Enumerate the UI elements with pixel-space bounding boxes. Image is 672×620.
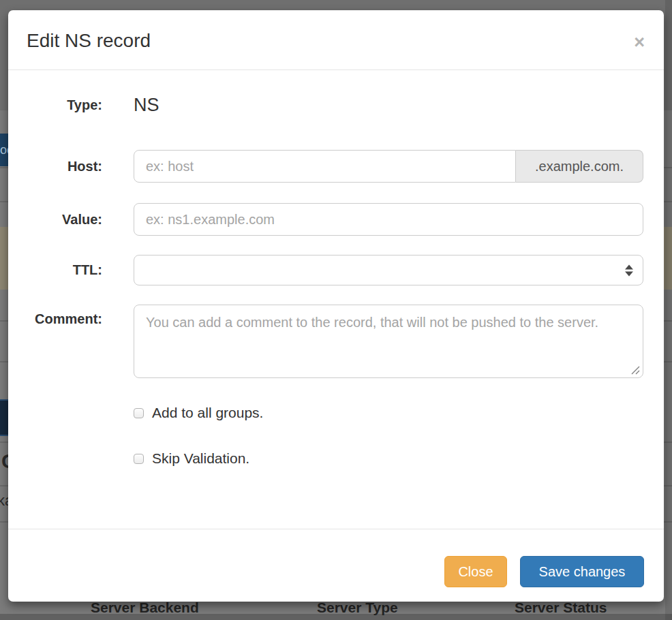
background-column-header-server-type: Server Type [317,600,398,616]
dialog-title: Edit NS record [27,30,151,52]
ttl-select[interactable] [134,255,643,285]
dialog-footer: Close Save changes [8,529,664,601]
close-button[interactable]: Close [444,556,507,587]
type-label: Type: [8,97,134,113]
edit-ns-record-dialog: Edit NS record × Type: NS Host: .example… [8,10,664,602]
host-label: Host: [8,159,134,174]
host-input[interactable] [134,150,516,183]
ttl-label: TTL: [8,262,134,278]
comment-textarea[interactable] [134,305,643,378]
close-icon[interactable]: × [634,33,645,52]
type-row: Type: NS [8,91,664,119]
save-changes-button[interactable]: Save changes [520,556,644,587]
type-value: NS [134,95,159,115]
value-input[interactable] [134,203,643,236]
background-column-header-server-status: Server Status [515,600,607,616]
host-row: Host: .example.com. [8,150,664,183]
host-domain-addon: .example.com. [516,150,643,183]
add-to-all-groups-checkbox[interactable] [134,408,144,418]
dialog-header: Edit NS record × [8,10,664,70]
background-right-shade [665,0,672,620]
add-to-all-groups-label: Add to all groups. [152,405,263,421]
skip-validation-label: Skip Validation. [152,450,249,467]
ttl-row: TTL: [8,255,664,285]
add-to-all-groups-row: Add to all groups. [134,404,664,422]
skip-validation-checkbox[interactable] [134,454,144,464]
background-column-header-server-backend: Server Backend [91,600,199,616]
screen: oc C ka Server Backend Server Type Serve… [0,0,672,620]
value-row: Value: [8,203,664,236]
comment-row: Comment: [8,305,664,378]
comment-label: Comment: [8,305,134,327]
dialog-body: Type: NS Host: .example.com. Value: [8,70,664,529]
value-label: Value: [8,212,134,228]
skip-validation-row: Skip Validation. [134,450,664,467]
